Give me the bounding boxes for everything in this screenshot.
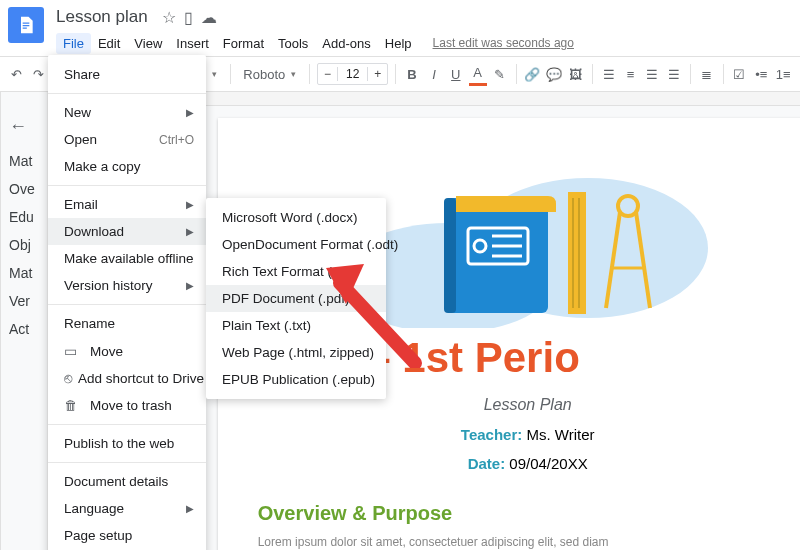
svg-rect-2 (23, 28, 27, 29)
menu-file[interactable]: File (56, 33, 91, 54)
menu-view[interactable]: View (127, 33, 169, 54)
align-center-icon[interactable]: ≡ (622, 62, 640, 86)
add-comment-icon[interactable]: 💬 (545, 62, 563, 86)
separator (48, 424, 206, 425)
font-size-minus[interactable]: − (318, 67, 337, 81)
file-menu-move-trash[interactable]: 🗑Move to trash (48, 392, 206, 419)
file-menu-rename[interactable]: Rename (48, 310, 206, 337)
font-size-stepper[interactable]: − 12 + (317, 63, 388, 85)
last-edit-link[interactable]: Last edit was seconds ago (433, 36, 574, 50)
font-size-value[interactable]: 12 (337, 67, 368, 81)
file-menu-dropdown: Share New▶ OpenCtrl+O Make a copy Email▶… (48, 55, 206, 550)
svg-rect-12 (568, 192, 586, 314)
body-text: Lorem ipsum dolor sit amet, consectetuer… (258, 535, 798, 549)
file-menu-make-offline[interactable]: Make available offline (48, 245, 206, 272)
file-menu-add-shortcut[interactable]: ⎋Add shortcut to Drive (48, 365, 206, 392)
bulleted-list-icon[interactable]: •≡ (752, 62, 770, 86)
file-menu-version-history[interactable]: Version history▶ (48, 272, 206, 299)
insert-link-icon[interactable]: 🔗 (523, 62, 541, 86)
separator (48, 304, 206, 305)
svg-rect-0 (23, 23, 30, 24)
file-menu-document-details[interactable]: Document details (48, 468, 206, 495)
line-spacing-icon[interactable]: ≣ (698, 62, 716, 86)
outline-item[interactable]: Act (9, 315, 35, 343)
highlight-color-icon[interactable]: ✎ (491, 62, 509, 86)
separator (592, 64, 593, 84)
section-heading: Overview & Purpose (258, 502, 798, 525)
chevron-right-icon: ▶ (186, 280, 194, 291)
text-color-icon[interactable]: A (469, 62, 487, 86)
separator (516, 64, 517, 84)
chevron-right-icon: ▶ (186, 199, 194, 210)
outline-back-icon[interactable]: ← (9, 112, 35, 147)
svg-rect-14 (578, 198, 580, 308)
insert-image-icon[interactable]: 🖼 (567, 62, 585, 86)
file-menu-language[interactable]: Language▶ (48, 495, 206, 522)
drive-shortcut-icon: ⎋ (64, 371, 72, 386)
annotation-arrow-icon (320, 248, 430, 368)
chevron-right-icon: ▶ (186, 503, 194, 514)
chevron-right-icon: ▶ (186, 226, 194, 237)
file-menu-new[interactable]: New▶ (48, 99, 206, 126)
numbered-list-icon[interactable]: 1≡ (774, 62, 792, 86)
underline-icon[interactable]: U (447, 62, 465, 86)
file-menu-publish-web[interactable]: Publish to the web (48, 430, 206, 457)
separator (309, 64, 310, 84)
align-left-icon[interactable]: ☰ (600, 62, 618, 86)
font-size-plus[interactable]: + (368, 67, 387, 81)
separator (723, 64, 724, 84)
checklist-icon[interactable]: ☑ (731, 62, 749, 86)
svg-rect-1 (23, 25, 30, 26)
menu-addons[interactable]: Add-ons (315, 33, 377, 54)
star-icon[interactable]: ☆ (162, 8, 176, 27)
download-docx[interactable]: Microsoft Word (.docx) (206, 204, 386, 231)
menu-help[interactable]: Help (378, 33, 419, 54)
redo-icon[interactable]: ↷ (30, 62, 48, 86)
date-line: Date: 09/04/20XX (258, 455, 798, 472)
move-folder-icon[interactable]: ▯ (184, 8, 193, 27)
outline-item[interactable]: Ver (9, 287, 35, 315)
undo-icon[interactable]: ↶ (8, 62, 26, 86)
align-justify-icon[interactable]: ☰ (665, 62, 683, 86)
menubar: File Edit View Insert Format Tools Add-o… (0, 30, 800, 56)
file-menu-share[interactable]: Share (48, 61, 206, 88)
svg-rect-13 (572, 198, 574, 308)
cloud-status-icon[interactable]: ☁ (201, 8, 217, 27)
download-epub[interactable]: EPUB Publication (.epub) (206, 366, 386, 393)
italic-icon[interactable]: I (425, 62, 443, 86)
menu-edit[interactable]: Edit (91, 33, 127, 54)
separator (690, 64, 691, 84)
teacher-line: Teacher: Ms. Writer (258, 426, 798, 443)
separator (48, 462, 206, 463)
menu-tools[interactable]: Tools (271, 33, 315, 54)
outline-item[interactable]: Ove (9, 175, 35, 203)
file-menu-move[interactable]: ▭Move (48, 337, 206, 365)
file-menu-download[interactable]: Download▶ (48, 218, 206, 245)
outline-item[interactable]: Mat (9, 259, 35, 287)
font-family-select[interactable]: Roboto▾ (237, 62, 302, 86)
chevron-right-icon: ▶ (186, 107, 194, 118)
svg-rect-6 (444, 198, 456, 313)
separator (395, 64, 396, 84)
separator (48, 185, 206, 186)
trash-icon: 🗑 (64, 398, 84, 413)
outline-panel: ← Mat Ove Edu Obj Mat Ver Act (1, 92, 48, 550)
bold-icon[interactable]: B (403, 62, 421, 86)
outline-item[interactable]: Edu (9, 203, 35, 231)
separator (230, 64, 231, 84)
docs-logo-icon[interactable] (8, 7, 44, 43)
document-title[interactable]: Lesson plan (56, 7, 148, 27)
file-menu-make-copy[interactable]: Make a copy (48, 153, 206, 180)
outline-item[interactable]: Obj (9, 231, 35, 259)
titlebar: Lesson plan ☆ ▯ ☁ (0, 0, 800, 30)
file-menu-email[interactable]: Email▶ (48, 191, 206, 218)
menu-insert[interactable]: Insert (169, 33, 216, 54)
folder-move-icon: ▭ (64, 343, 84, 359)
file-menu-open[interactable]: OpenCtrl+O (48, 126, 206, 153)
align-right-icon[interactable]: ☰ (643, 62, 661, 86)
outline-item[interactable]: Mat (9, 147, 35, 175)
menu-format[interactable]: Format (216, 33, 271, 54)
separator (48, 93, 206, 94)
file-menu-page-setup[interactable]: Page setup (48, 522, 206, 549)
